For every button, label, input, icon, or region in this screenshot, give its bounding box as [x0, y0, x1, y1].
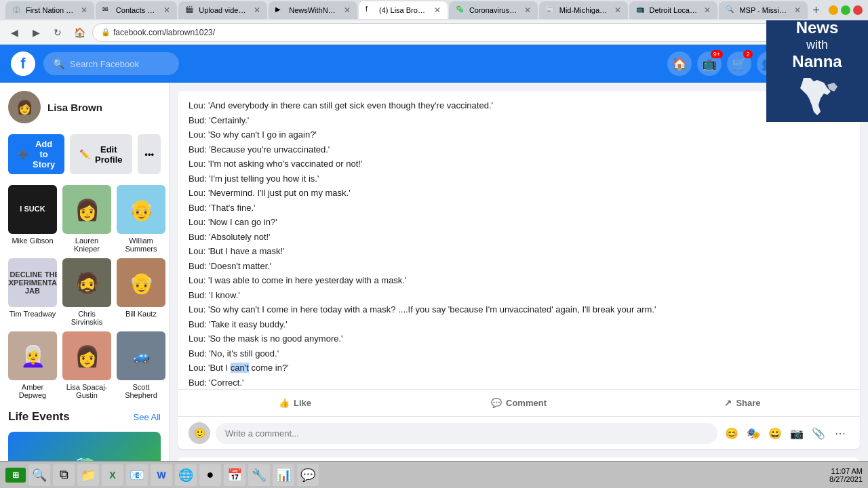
browser-tab-t7[interactable]: 📰 Mid-Michigan News, Wea... ✕ [539, 1, 628, 19]
emoji-icon[interactable]: 😊 [723, 424, 741, 442]
friend-chris-sirvinskis[interactable]: 🧔 Chris Sirvinskis [62, 258, 111, 326]
tab-close-btn[interactable]: ✕ [614, 5, 621, 15]
dots-icon[interactable]: ⋯ [831, 424, 849, 442]
excel-icon[interactable]: X [102, 464, 123, 486]
tab-favicon: ▶ [275, 5, 285, 15]
marketplace-nav-icon[interactable]: 🛒 2 [727, 52, 751, 76]
friend-lauren-knieper[interactable]: 👩 Lauren Knieper [62, 185, 111, 253]
chat-icon[interactable]: 💬 [297, 464, 319, 486]
tab-label: Coronavirus in Michigan – ... [469, 6, 517, 14]
misc-icon-1[interactable]: 🔧 [248, 464, 270, 486]
news-line3: Nanna [790, 52, 844, 72]
comment-label: Comment [506, 398, 547, 408]
tab-favicon: f [366, 5, 375, 15]
facebook-logo: f [11, 52, 35, 76]
friend-bill-kautz[interactable]: 👴 Bill Kautz [117, 258, 165, 326]
friend-amber-depweg[interactable]: 👩‍🦳 Amber Depweg [8, 331, 57, 399]
tab-close-btn[interactable]: ✕ [704, 5, 711, 15]
friend-scott-shepherd[interactable]: 🚙 Scott Shepherd [117, 331, 165, 399]
tab-favicon: 📺 [636, 5, 646, 15]
comment-icon: 💬 [491, 398, 502, 408]
explorer-icon[interactable]: 📁 [77, 464, 99, 486]
back-btn[interactable]: ◀ [5, 24, 23, 41]
browser-tab-t5[interactable]: f (4) Lisa Brown | Face... ✕ [359, 1, 448, 19]
tab-close-btn[interactable]: ✕ [254, 5, 260, 15]
taskview-icon[interactable]: ⧉ [53, 464, 75, 486]
tab-label: Mid-Michigan News, Wea... [559, 6, 608, 14]
friend-mike-gibson[interactable]: I SUCK Mike Gibson [8, 185, 57, 253]
camera-icon[interactable]: 📷 [788, 424, 806, 442]
watch-badge: 9+ [711, 50, 723, 58]
edit-profile-button[interactable]: ✏️ Edit Profile [70, 134, 132, 174]
see-all-link[interactable]: See All [134, 412, 161, 422]
browser-tab-t6[interactable]: 🦠 Coronavirus in Michigan – ... ✕ [449, 1, 538, 19]
home-btn[interactable]: 🏠 [71, 24, 88, 41]
sticker-icon[interactable]: 😀 [766, 424, 784, 442]
tab-label: Contacts – Insightly [116, 6, 157, 14]
misc-icon-2[interactable]: 📊 [273, 464, 294, 486]
browser-tab-t8[interactable]: 📺 Detroit Local News – Mich... ✕ [629, 1, 718, 19]
word-icon[interactable]: W [151, 464, 172, 486]
friends-grid: I SUCK Mike Gibson 👩 Lauren Knieper 👴 Wi… [8, 185, 161, 399]
life-event-1[interactable]: 🌍 💔 Seperation...Russ moved out January … [8, 432, 161, 461]
close-btn[interactable] [853, 5, 863, 15]
search-taskbar-icon[interactable]: 🔍 [28, 464, 50, 486]
start-button[interactable]: ⊞ [5, 468, 26, 483]
chrome-icon[interactable]: ● [199, 464, 221, 486]
search-bar[interactable]: 🔍 [43, 52, 179, 75]
tab-close-btn[interactable]: ✕ [81, 5, 87, 15]
browser-tab-t2[interactable]: ✉ Contacts – Insightly ✕ [96, 1, 178, 19]
tab-label: (4) Lisa Brown | Face... [379, 6, 427, 14]
taskbar: ⊞ 🔍 ⧉ 📁 X 📧 W 🌐 ● 📅 🔧 📊 💬 11:07 AM 8/27/… [0, 461, 868, 488]
browser-tab-t4[interactable]: ▶ NewsWithNanna - YouTube ✕ [269, 1, 357, 19]
tab-close-btn[interactable]: ✕ [344, 5, 351, 15]
comment-button[interactable]: 💬 Comment [407, 392, 631, 413]
refresh-btn[interactable]: ↻ [49, 24, 66, 41]
attachment-icon[interactable]: 📎 [810, 424, 827, 442]
taskbar-time: 11:07 AM 8/27/2021 [829, 467, 863, 483]
share-button[interactable]: ↗ Share [631, 392, 854, 413]
tab-label: MSP - Missing Children... [739, 6, 787, 14]
browser-tabs: 🏢 First Nation Group LLC (YH... ✕ ✉ Cont… [5, 1, 823, 19]
home-nav-icon[interactable]: 🏠 [667, 52, 692, 76]
news-line2: with [790, 38, 844, 53]
tab-close-btn[interactable]: ✕ [524, 5, 531, 15]
news-map-icon [790, 75, 844, 124]
profile-name: Lisa Brown [47, 102, 102, 113]
tab-favicon: 🦠 [456, 5, 465, 15]
browser-tab-t3[interactable]: 🎬 Upload videos at Rumble ✕ [178, 1, 267, 19]
friend-lisa-spacaj[interactable]: 👩 Lisa Spacaj-Gustin [62, 331, 111, 399]
tab-favicon: 📰 [546, 5, 555, 15]
calendar-icon[interactable]: 📅 [224, 464, 245, 486]
friend-william-summers[interactable]: 👴 William Summers [117, 185, 165, 253]
watch-nav-icon[interactable]: 📺 9+ [697, 52, 722, 76]
browser-tab-t1[interactable]: 🏢 First Nation Group LLC (YH... ✕ [5, 1, 94, 19]
address-bar[interactable]: 🔒 facebook.com/labrown1023/ [92, 23, 802, 42]
profile-avatar: 👩 [8, 91, 41, 123]
news-with-nanna-overlay[interactable]: News with Nanna [766, 20, 868, 122]
comment-box: 🙂 😊 🎭 😀 📷 📎 ⋯ [178, 416, 860, 449]
more-options-button[interactable]: ••• [138, 134, 161, 174]
add-to-story-button[interactable]: ➕ Add to Story [8, 134, 64, 174]
forward-btn[interactable]: ▶ [27, 24, 45, 41]
life-events-title: Life Events [8, 410, 70, 424]
tab-label: Upload videos at Rumble [199, 6, 247, 14]
tab-label: NewsWithNanna - YouTube [289, 6, 337, 14]
profile-actions: ➕ Add to Story ✏️ Edit Profile ••• [8, 134, 161, 174]
news-line1: News [790, 18, 844, 38]
commenter-avatar: 🙂 [189, 422, 210, 444]
gif-icon[interactable]: 🎭 [745, 424, 762, 442]
tab-close-btn[interactable]: ✕ [434, 5, 441, 15]
main-post: Lou: 'And everybody in there can still g… [178, 91, 860, 449]
like-button[interactable]: 👍 Like [183, 392, 407, 413]
outlook-icon[interactable]: 📧 [126, 464, 148, 486]
tab-favicon: ✉ [102, 5, 112, 15]
tab-favicon: 🏢 [12, 5, 22, 15]
comment-input[interactable] [216, 423, 717, 444]
edge-icon[interactable]: 🌐 [175, 464, 197, 486]
share-icon: ↗ [724, 398, 732, 408]
like-icon: 👍 [279, 398, 290, 408]
search-input[interactable] [70, 59, 172, 69]
friend-tim-treadway[interactable]: I DECLINE THE EXPERIMENTAL JAB Tim Tread… [8, 258, 57, 326]
tab-close-btn[interactable]: ✕ [163, 5, 170, 15]
